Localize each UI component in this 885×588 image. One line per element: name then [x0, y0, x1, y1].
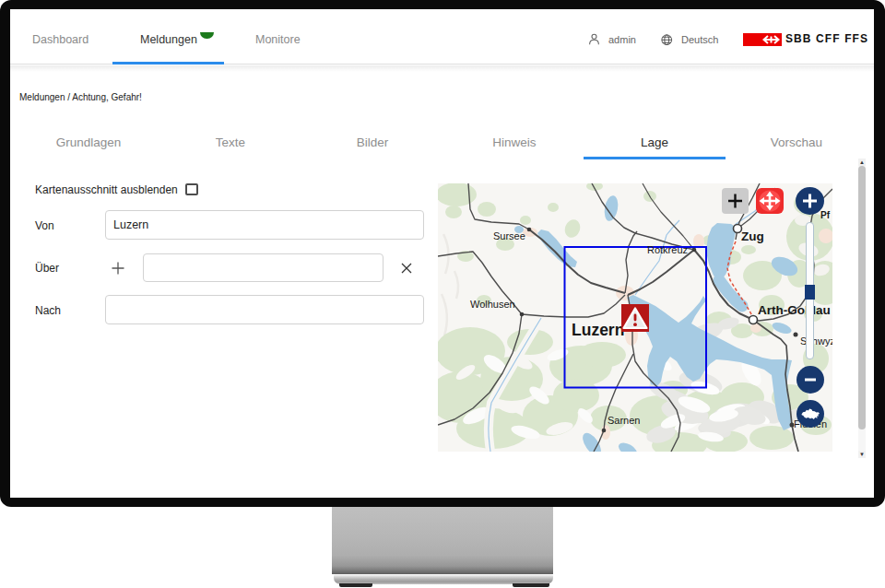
- svg-text:Arth-Goldau: Arth-Goldau: [758, 303, 831, 317]
- svg-text:Sarnen: Sarnen: [608, 415, 640, 426]
- svg-text:Zug: Zug: [741, 229, 764, 243]
- svg-text:Sursee: Sursee: [493, 230, 525, 241]
- svg-text:Luzern: Luzern: [572, 321, 624, 339]
- svg-text:Wolhusen: Wolhusen: [470, 299, 515, 310]
- svg-text:Rotkreuz: Rotkreuz: [647, 244, 688, 255]
